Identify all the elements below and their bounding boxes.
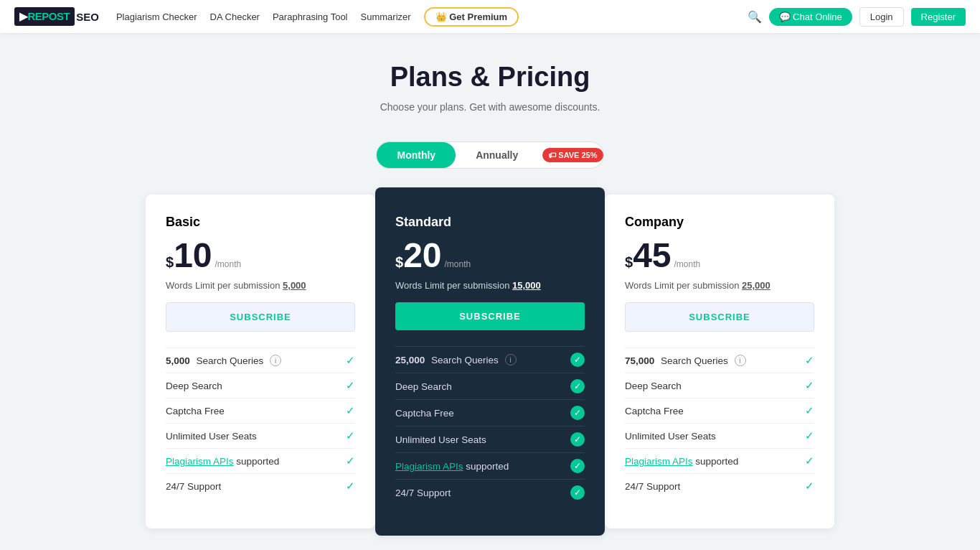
check-company-1: ✓ [805,354,814,367]
get-premium-button[interactable]: 👑 Get Premium [424,7,519,27]
standard-plan-name: Standard [395,215,585,230]
main-content: Plans & Pricing Choose your plans. Get w… [0,33,980,550]
company-price-row: $ 45 /month [625,238,814,273]
page-subtitle: Choose your plans. Get with awesome disc… [380,101,600,113]
check-basic-3: ✓ [346,404,355,417]
company-words-val: 25,000 [742,280,771,291]
basic-subscribe-button[interactable]: SUBSCRIBE [166,302,355,332]
company-dollar: $ [625,254,633,271]
check-standard-4: ✓ [570,432,585,447]
nav-paraphrasing-tool[interactable]: Paraphrasing Tool [273,11,348,22]
standard-feature-5: Plagiarism APIs supported ✓ [395,452,585,479]
check-basic-1: ✓ [346,354,355,367]
billing-toggle: Monthly Annually 🏷 SAVE 25% [376,141,603,169]
info-icon-standard-queries[interactable]: i [505,354,517,365]
navbar-right: 🔍 💬 Chat Online Login Register [748,7,966,27]
info-icon-company-queries[interactable]: i [735,355,746,366]
basic-price-row: $ 10 /month [166,238,355,273]
check-standard-3: ✓ [570,406,585,420]
pricing-cards: Basic $ 10 /month Words Limit per submis… [146,195,834,528]
company-period: /month [674,259,701,269]
company-feature-1: 75,000 Search Queries i ✓ [625,348,814,373]
standard-feature-1: 25,000 Search Queries i ✓ [395,346,585,373]
basic-feature-1: 5,000 Search Queries i ✓ [166,348,355,373]
login-button[interactable]: Login [859,7,904,27]
check-company-6: ✓ [805,480,814,493]
check-company-3: ✓ [805,404,814,417]
check-basic-2: ✓ [346,379,355,392]
logo-box: ▶REPOST [14,7,75,26]
company-subscribe-button[interactable]: SUBSCRIBE [625,302,814,332]
nav-summarizer[interactable]: Summarizer [361,11,411,22]
logo[interactable]: ▶REPOST SEO [14,7,99,26]
standard-period: /month [445,259,471,269]
standard-feature-3: Captcha Free ✓ [395,399,585,426]
plagiarism-api-link-standard[interactable]: Plagiarism APIs [395,461,463,472]
standard-subscribe-button[interactable]: SUBSCRIBE [395,302,585,330]
basic-words-val: 5,000 [283,280,306,291]
check-basic-4: ✓ [346,429,355,442]
info-icon-basic-queries[interactable]: i [270,355,281,366]
check-standard-1: ✓ [570,353,585,367]
save-badge: 🏷 SAVE 25% [542,148,603,162]
company-feature-6: 24/7 Support ✓ [625,473,814,498]
check-company-2: ✓ [805,379,814,392]
logo-seo: SEO [76,11,99,23]
company-feature-3: Captcha Free ✓ [625,398,814,423]
basic-plan-name: Basic [166,215,355,230]
check-standard-6: ✓ [570,485,585,500]
annually-toggle[interactable]: Annually [456,142,538,168]
basic-period: /month [215,259,242,269]
standard-amount: 20 [403,238,441,273]
company-amount: 45 [633,238,671,273]
standard-dollar: $ [395,254,403,271]
check-company-5: ✓ [805,455,814,467]
basic-feature-2: Deep Search ✓ [166,373,355,398]
basic-words-limit: Words Limit per submission 5,000 [166,280,355,291]
company-card: Company $ 45 /month Words Limit per subm… [605,195,834,528]
standard-feature-2: Deep Search ✓ [395,373,585,399]
nav-links: Plagiarism Checker DA Checker Paraphrasi… [116,7,748,27]
basic-feature-3: Captcha Free ✓ [166,398,355,423]
company-plan-name: Company [625,215,814,230]
register-button[interactable]: Register [911,8,966,26]
basic-feature-5: Plagiarism APIs supported ✓ [166,448,355,473]
basic-feature-6: 24/7 Support ✓ [166,473,355,498]
check-basic-5: ✓ [346,455,355,467]
search-icon[interactable]: 🔍 [748,10,762,24]
navbar: ▶REPOST SEO Plagiarism Checker DA Checke… [0,0,980,33]
monthly-toggle[interactable]: Monthly [377,142,456,168]
standard-feature-6: 24/7 Support ✓ [395,479,585,505]
page-title: Plans & Pricing [390,62,590,93]
plagiarism-api-link-company[interactable]: Plagiarism APIs [625,456,693,467]
nav-plagiarism-checker[interactable]: Plagiarism Checker [116,11,197,22]
standard-price-row: $ 20 /month [395,238,585,273]
check-company-4: ✓ [805,429,814,442]
standard-words-val: 15,000 [512,280,541,291]
company-feature-5: Plagiarism APIs supported ✓ [625,448,814,473]
basic-amount: 10 [174,238,212,273]
standard-words-limit: Words Limit per submission 15,000 [395,280,585,291]
standard-feature-4: Unlimited User Seats ✓ [395,426,585,452]
basic-card: Basic $ 10 /month Words Limit per submis… [146,195,375,528]
check-standard-2: ✓ [570,379,585,393]
standard-card: Standard $ 20 /month Words Limit per sub… [375,187,605,536]
chat-online-button[interactable]: 💬 Chat Online [769,8,852,26]
company-words-limit: Words Limit per submission 25,000 [625,280,814,291]
plagiarism-api-link-basic[interactable]: Plagiarism APIs [166,456,234,467]
check-basic-6: ✓ [346,480,355,493]
check-standard-5: ✓ [570,459,585,473]
nav-da-checker[interactable]: DA Checker [210,11,260,22]
company-feature-4: Unlimited User Seats ✓ [625,423,814,448]
basic-feature-4: Unlimited User Seats ✓ [166,423,355,448]
basic-dollar: $ [166,254,174,271]
company-feature-2: Deep Search ✓ [625,373,814,398]
